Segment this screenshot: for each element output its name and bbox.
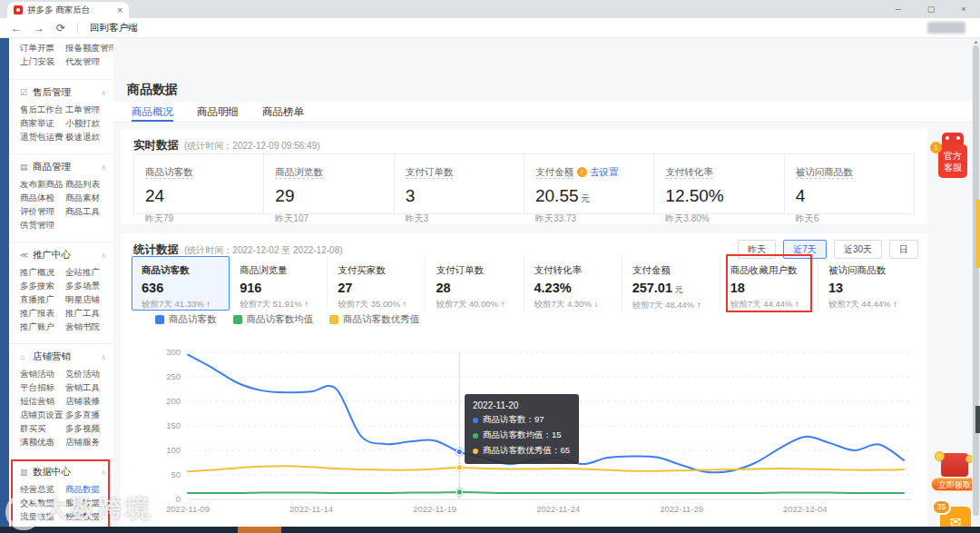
sidebar-item[interactable]: 推广工具 [65, 308, 111, 320]
sidebar-item[interactable]: 售后工作台 [20, 104, 65, 116]
sidebar-item[interactable]: 商品工具 [65, 206, 111, 218]
legend-item-商品访客数均值[interactable]: 商品访客数均值 [233, 313, 314, 326]
sidebar-item[interactable]: 营销工具 [65, 382, 111, 394]
sidebar-item[interactable]: 订单开票 [20, 43, 65, 54]
svg-text:2022-12-04: 2022-12-04 [783, 504, 828, 514]
metric-card-value: 636 [142, 281, 229, 295]
metric-card-label: 支付买家数 [338, 264, 425, 277]
window-maximize-button[interactable]: ▢ [915, 5, 947, 14]
tab-商品明细[interactable]: 商品明细 [197, 102, 239, 122]
sidebar-item[interactable]: 店铺页设置 [20, 410, 65, 421]
sidebar-item[interactable]: 极速退款 [65, 132, 111, 143]
sidebar-item[interactable]: 工单管理 [65, 104, 111, 116]
metric-card-支付转化率[interactable]: 支付转化率4.23%较前7天 4.30% ↓ [524, 256, 622, 311]
forward-icon[interactable]: → [34, 22, 44, 35]
tab-商品榜单[interactable]: 商品榜单 [262, 102, 304, 122]
sidebar-section-header[interactable]: ☑售后管理∧ [9, 80, 113, 104]
sidebar-item[interactable]: 直播推广 [20, 294, 65, 306]
sidebar-item[interactable]: 商家举证 [20, 118, 65, 130]
sidebar-item[interactable]: 多多场景 [65, 281, 111, 292]
sidebar-item[interactable]: 商品列表 [65, 179, 111, 191]
window-close-button[interactable]: × [947, 5, 980, 14]
sidebar-item[interactable]: 群买买 [20, 423, 65, 435]
legend-item-商品访客数[interactable]: 商品访客数 [155, 313, 217, 326]
legend-label: 商品访客数 [169, 313, 217, 326]
official-service-widget[interactable]: 1 官方客服 [936, 133, 969, 180]
sidebar-item[interactable]: 报备额度管理 [65, 43, 111, 54]
scroll-up-arrow-icon[interactable]: ▲ [973, 39, 979, 44]
sidebar-item[interactable]: 营销书院 [65, 321, 111, 333]
sidebar-section-title: 数据中心 [33, 466, 97, 479]
sidebar-item[interactable]: 商品体检 [20, 192, 65, 204]
chevron-up-icon[interactable]: ∧ [101, 469, 106, 477]
chevron-up-icon[interactable]: ∧ [101, 252, 106, 260]
sidebar-row: 售后工作台工单管理 [9, 104, 113, 117]
metric-card-商品访客数[interactable]: 商品访客数636较前7天 41.33% ↑ [132, 256, 230, 311]
sidebar-item[interactable]: 明星店铺 [65, 294, 111, 306]
svg-text:2022-11-29: 2022-11-29 [660, 504, 703, 514]
sidebar-item[interactable]: 商品素材 [65, 192, 111, 204]
sidebar-item[interactable]: 店铺服务 [65, 437, 111, 449]
metric-card-支付金额[interactable]: 支付金额257.01 元较前7天 48.44% ↑ [622, 256, 720, 311]
back-icon[interactable]: ← [11, 22, 22, 35]
sidebar-item[interactable]: 推广概况 [20, 267, 65, 279]
sidebar-item[interactable]: 代发管理 [65, 56, 111, 68]
sidebar-section-header[interactable]: ▥数据中心∧ [9, 459, 113, 483]
realtime-stat-value: 3 [406, 186, 524, 206]
browser-tab[interactable]: 拼多多 商家后台 × [7, 2, 129, 18]
sidebar-section-header[interactable]: ≪推广中心∧ [9, 242, 113, 266]
sidebar-item[interactable]: 小额打款 [65, 118, 111, 130]
sidebar-item[interactable]: 多多搜索 [20, 281, 65, 292]
sidebar-row: 上门安装代发管理 [9, 55, 113, 69]
metric-card-支付买家数[interactable]: 支付买家数27较前7天 35.00% ↑ [328, 256, 426, 311]
scrollbar-marker-dark [975, 406, 980, 433]
sidebar-item[interactable]: 店铺装修 [65, 396, 111, 408]
sidebar-item[interactable]: 多多视频 [65, 423, 111, 435]
sidebar-item[interactable]: 发布新商品 [20, 179, 65, 191]
scrollbar-thumb[interactable] [973, 45, 979, 516]
realtime-stat: 被访问商品数4昨天6 [784, 154, 914, 213]
sidebar-item[interactable]: 供货管理 [20, 220, 65, 232]
sidebar-item[interactable]: 满额优惠 [20, 437, 65, 449]
legend-item-商品访客数优秀值[interactable]: 商品访客数优秀值 [329, 313, 419, 326]
window-minimize-button[interactable]: ─ [882, 5, 915, 14]
chart-legend: 商品访客数商品访客数均值商品访客数优秀值 [155, 313, 419, 326]
metric-card-change: 较前7天 41.33% ↑ [142, 299, 229, 311]
service-button[interactable]: 官方客服 [938, 144, 967, 178]
reload-icon[interactable]: ⟳ [56, 22, 65, 35]
sidebar-section-header[interactable]: ⌂店铺营销∧ [9, 344, 113, 368]
sidebar-row: 商家举证小额打款 [9, 117, 113, 131]
realtime-stat-yesterday: 昨天107 [275, 212, 393, 225]
realtime-stat-label: 支付金额 [535, 166, 573, 179]
sidebar-item[interactable]: 平台招标 [20, 382, 65, 394]
vertical-scrollbar[interactable]: ▲ [972, 38, 980, 527]
sidebar-item[interactable]: 多多直播 [65, 410, 111, 421]
realtime-stat-value: 29 [275, 186, 393, 206]
bottom-bar [0, 527, 980, 533]
sidebar-item[interactable]: 短信营销 [20, 396, 65, 408]
metric-card-商品浏览量[interactable]: 商品浏览量916较前7天 51.91% ↑ [230, 256, 328, 311]
sidebar-section-header[interactable]: ▤商品管理∧ [9, 154, 113, 178]
sidebar-item[interactable]: 评价管理 [20, 206, 65, 218]
sidebar-item[interactable]: 全站推广 [65, 267, 111, 279]
tab-商品概况[interactable]: 商品概况 [132, 102, 173, 122]
go-setting-link[interactable]: 去设置 [590, 166, 619, 177]
sidebar-item[interactable]: 退货包运费 [20, 132, 65, 143]
chevron-up-icon[interactable]: ∧ [101, 163, 106, 172]
chevron-up-icon[interactable]: ∧ [101, 353, 106, 361]
sidebar-item[interactable]: 竞价活动 [65, 369, 111, 380]
metric-card-支付订单数[interactable]: 支付订单数28较前7天 40.00% ↑ [426, 256, 524, 311]
sidebar-item[interactable]: 营销活动 [20, 369, 65, 380]
back-to-client-link[interactable]: 回到客户端 [90, 22, 138, 35]
metric-card-商品收藏用户数[interactable]: 商品收藏用户数18较前7天 44.44% ↑ [720, 256, 818, 311]
service-mascot-icon [942, 133, 964, 144]
metric-card-被访问商品数[interactable]: 被访问商品数13较前7天 44.44% ↑ [818, 256, 916, 311]
up-arrow-icon: ↑ [697, 300, 701, 310]
realtime-title: 实时数据(统计时间：2022-12-09 09:56:49) [133, 138, 320, 153]
chevron-up-icon[interactable]: ∧ [101, 89, 106, 97]
sidebar-item[interactable]: 推广报表 [20, 308, 65, 320]
tab-close-icon[interactable]: × [117, 5, 122, 15]
sidebar-item[interactable]: 推广账户 [20, 321, 65, 333]
sidebar-item[interactable]: 上门安装 [20, 56, 65, 68]
realtime-stat-label: 支付订单数 [406, 166, 454, 179]
